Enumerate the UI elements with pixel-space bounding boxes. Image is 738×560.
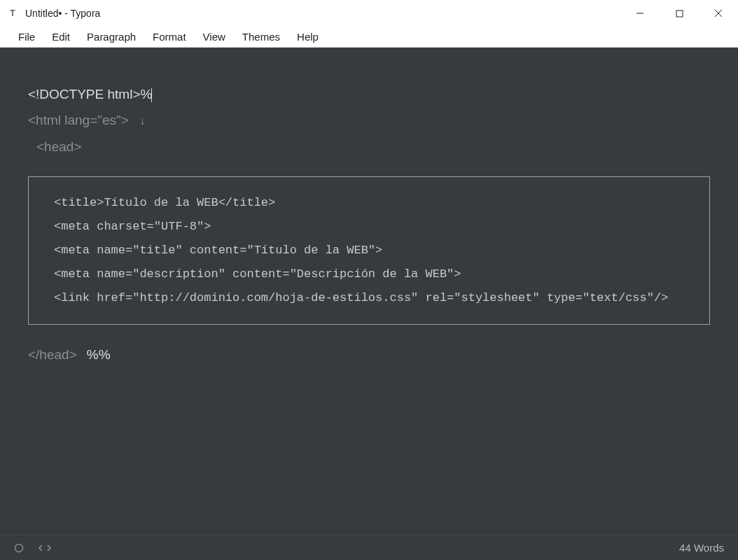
- menu-edit[interactable]: Edit: [43, 28, 78, 46]
- maximize-button[interactable]: [660, 0, 699, 27]
- menu-file[interactable]: File: [10, 28, 43, 46]
- menu-help[interactable]: Help: [288, 28, 327, 46]
- app-window: T Untitled• - Typora File Edit Paragraph…: [0, 0, 738, 560]
- content-line: <html lang="es"> ↓: [28, 108, 710, 132]
- app-icon: T: [7, 8, 18, 19]
- content-line: <head>: [36, 135, 710, 158]
- word-count[interactable]: 44 Words: [679, 542, 724, 554]
- editor-content: <!DOCTYPE html>% <html lang="es"> ↓ <hea…: [28, 83, 710, 366]
- code-line: <title>Título de la WEB</title>: [54, 191, 684, 215]
- window-controls: [620, 0, 738, 27]
- window-title: Untitled• - Typora: [25, 8, 100, 19]
- code-block[interactable]: <title>Título de la WEB</title> <meta ch…: [28, 176, 710, 325]
- menu-themes[interactable]: Themes: [234, 28, 288, 46]
- content-line: <!DOCTYPE html>%: [28, 83, 710, 106]
- svg-point-4: [15, 544, 23, 552]
- head-close-tag: </head>: [28, 343, 77, 366]
- fold-arrow-icon[interactable]: ↓: [139, 115, 145, 127]
- titlebar: T Untitled• - Typora: [0, 0, 738, 27]
- head-tag-text: <head>: [36, 139, 81, 154]
- maximize-icon: [676, 10, 683, 18]
- doctype-text: <!DOCTYPE html>%: [28, 87, 152, 102]
- menubar: File Edit Paragraph Format View Themes H…: [0, 27, 738, 48]
- statusbar-left: [14, 543, 52, 553]
- source-mode-icon[interactable]: [38, 543, 52, 553]
- close-button[interactable]: [699, 0, 738, 27]
- editor-area[interactable]: <!DOCTYPE html>% <html lang="es"> ↓ <hea…: [0, 48, 738, 535]
- html-tag-text: <html lang="es">: [28, 113, 129, 127]
- code-line: <meta name="description" content="Descri…: [54, 262, 684, 286]
- statusbar: 44 Words: [0, 535, 738, 560]
- menu-format[interactable]: Format: [144, 28, 195, 46]
- svg-rect-1: [676, 10, 683, 17]
- minimize-icon: [636, 9, 644, 18]
- content-line: </head> %%: [28, 343, 710, 366]
- text-cursor: [151, 88, 152, 102]
- percent-text: %%: [87, 343, 111, 366]
- minimize-button[interactable]: [620, 0, 660, 27]
- menu-paragraph[interactable]: Paragraph: [78, 28, 144, 46]
- titlebar-left: T Untitled• - Typora: [7, 8, 100, 19]
- code-line: <meta name="title" content="Título de la…: [54, 239, 684, 262]
- close-icon: [714, 9, 723, 18]
- code-line: <link href="http://dominio.com/hoja-de-e…: [54, 286, 684, 310]
- outline-toggle-icon[interactable]: [14, 543, 24, 553]
- menu-view[interactable]: View: [195, 28, 234, 46]
- code-line: <meta charset="UTF-8">: [54, 215, 684, 239]
